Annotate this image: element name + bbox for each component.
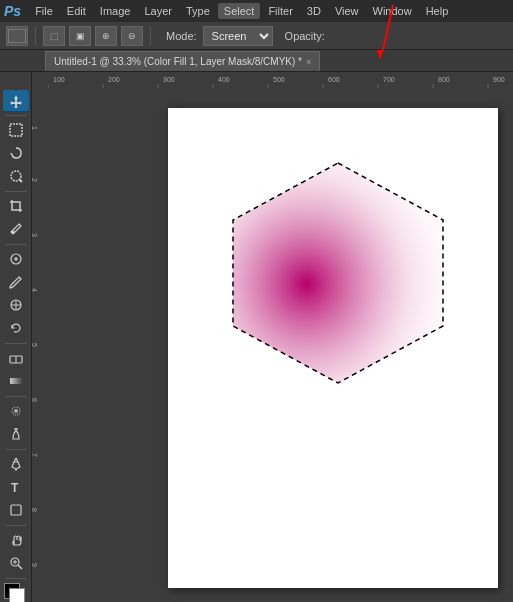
svg-point-6 bbox=[11, 231, 14, 234]
tool-pen[interactable] bbox=[3, 454, 29, 475]
menu-view[interactable]: View bbox=[329, 3, 365, 19]
menu-items: File Edit Image Layer Type Select Filter… bbox=[29, 3, 454, 19]
tool-marquee[interactable] bbox=[3, 120, 29, 141]
menu-edit[interactable]: Edit bbox=[61, 3, 92, 19]
tool-eraser[interactable] bbox=[3, 348, 29, 369]
menu-select[interactable]: Select bbox=[218, 3, 261, 19]
tool-brush[interactable] bbox=[3, 272, 29, 293]
tool-quicksel[interactable] bbox=[3, 166, 29, 187]
svg-text:1: 1 bbox=[32, 126, 38, 130]
svg-rect-22 bbox=[11, 505, 21, 515]
ps-logo: Ps bbox=[4, 3, 21, 19]
opacity-label: Opacity: bbox=[285, 30, 325, 42]
tool-sep7 bbox=[5, 525, 27, 526]
canvas-area: 100 200 300 400 500 600 700 800 900 bbox=[32, 72, 513, 602]
options-btn1[interactable]: ⬚ bbox=[43, 26, 65, 46]
tool-gradient[interactable] bbox=[3, 371, 29, 392]
ruler-top: 100 200 300 400 500 600 700 800 900 bbox=[48, 72, 513, 88]
svg-text:800: 800 bbox=[438, 76, 450, 83]
workspace: T 100 200 bbox=[0, 72, 513, 602]
svg-rect-15 bbox=[10, 378, 22, 384]
tool-blur[interactable] bbox=[3, 401, 29, 422]
doc-tab-title: Untitled-1 @ 33.3% (Color Fill 1, Layer … bbox=[54, 56, 302, 67]
tool-eyedropper[interactable] bbox=[3, 219, 29, 240]
tool-sep4 bbox=[5, 343, 27, 344]
tool-history[interactable] bbox=[3, 318, 29, 339]
tool-text[interactable]: T bbox=[3, 477, 29, 498]
tool-hand[interactable] bbox=[3, 530, 29, 551]
svg-text:7: 7 bbox=[32, 453, 38, 457]
svg-text:100: 100 bbox=[53, 76, 65, 83]
mode-select[interactable]: Screen Normal Multiply Overlay bbox=[203, 26, 273, 46]
mode-label: Mode: bbox=[166, 30, 197, 42]
tool-lasso[interactable] bbox=[3, 143, 29, 164]
menu-filter[interactable]: Filter bbox=[262, 3, 298, 19]
options-sep2 bbox=[150, 27, 151, 45]
svg-text:500: 500 bbox=[273, 76, 285, 83]
tool-move[interactable] bbox=[3, 90, 29, 111]
menu-type[interactable]: Type bbox=[180, 3, 216, 19]
menu-bar: Ps File Edit Image Layer Type Select Fil… bbox=[0, 0, 513, 22]
svg-marker-2 bbox=[10, 95, 22, 108]
svg-text:900: 900 bbox=[493, 76, 505, 83]
canvas-wrapper bbox=[48, 88, 513, 602]
menu-window[interactable]: Window bbox=[367, 3, 418, 19]
svg-point-17 bbox=[14, 409, 18, 413]
options-btn3[interactable]: ⊕ bbox=[95, 26, 117, 46]
options-sep1 bbox=[35, 27, 36, 45]
fg-bg-colors[interactable] bbox=[4, 583, 28, 602]
options-btn4[interactable]: ⊖ bbox=[121, 26, 143, 46]
tool-clone[interactable] bbox=[3, 295, 29, 316]
svg-marker-57 bbox=[233, 163, 443, 383]
svg-text:8: 8 bbox=[32, 508, 38, 512]
svg-text:T: T bbox=[11, 481, 19, 494]
tool-sep6 bbox=[5, 449, 27, 450]
svg-text:600: 600 bbox=[328, 76, 340, 83]
menu-help[interactable]: Help bbox=[420, 3, 455, 19]
hexagon-shape bbox=[218, 158, 458, 388]
svg-text:5: 5 bbox=[32, 343, 38, 347]
menu-layer[interactable]: Layer bbox=[138, 3, 178, 19]
doc-tab-close[interactable]: × bbox=[306, 57, 311, 67]
svg-text:6: 6 bbox=[32, 398, 38, 402]
tool-shape[interactable] bbox=[3, 500, 29, 521]
tool-dodge[interactable] bbox=[3, 424, 29, 445]
options-bar: ⬚ ▣ ⊕ ⊖ Mode: Screen Normal Multiply Ove… bbox=[0, 22, 513, 50]
svg-text:3: 3 bbox=[32, 233, 38, 237]
svg-text:200: 200 bbox=[108, 76, 120, 83]
tool-sep8 bbox=[5, 578, 27, 579]
canvas-document bbox=[168, 108, 498, 588]
svg-text:4: 4 bbox=[32, 288, 38, 292]
svg-text:700: 700 bbox=[383, 76, 395, 83]
ruler-left: 1 2 3 4 5 6 7 8 9 bbox=[32, 88, 48, 602]
tool-sep3 bbox=[5, 244, 27, 245]
tab-bar: Untitled-1 @ 33.3% (Color Fill 1, Layer … bbox=[0, 50, 513, 72]
menu-image[interactable]: Image bbox=[94, 3, 137, 19]
svg-text:2: 2 bbox=[32, 178, 38, 182]
options-swatch-btn[interactable] bbox=[6, 26, 28, 46]
doc-tab[interactable]: Untitled-1 @ 33.3% (Color Fill 1, Layer … bbox=[45, 51, 320, 71]
svg-line-24 bbox=[18, 565, 22, 569]
tool-zoom[interactable] bbox=[3, 553, 29, 574]
svg-rect-3 bbox=[10, 124, 22, 136]
toolbar: T bbox=[0, 72, 32, 602]
menu-3d[interactable]: 3D bbox=[301, 3, 327, 19]
svg-text:300: 300 bbox=[163, 76, 175, 83]
svg-line-5 bbox=[19, 179, 22, 182]
tool-heal[interactable] bbox=[3, 249, 29, 270]
tool-sep1 bbox=[5, 115, 27, 116]
menu-file[interactable]: File bbox=[29, 3, 59, 19]
tool-sep5 bbox=[5, 396, 27, 397]
svg-line-20 bbox=[16, 458, 18, 462]
tool-crop[interactable] bbox=[3, 196, 29, 217]
tool-sep2 bbox=[5, 191, 27, 192]
svg-text:400: 400 bbox=[218, 76, 230, 83]
svg-text:9: 9 bbox=[32, 563, 38, 567]
options-btn2[interactable]: ▣ bbox=[69, 26, 91, 46]
